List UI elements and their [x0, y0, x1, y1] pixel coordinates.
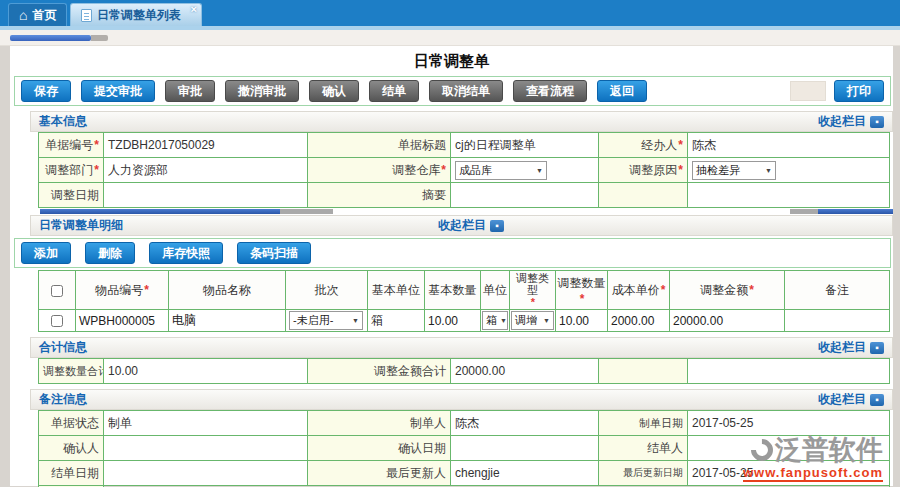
stock-snapshot-button[interactable]: 库存快照 — [149, 242, 223, 264]
empty-value — [688, 359, 890, 384]
page-title: 日常调整单 — [10, 48, 893, 76]
document-icon — [81, 9, 92, 22]
totals-collapse-link[interactable]: 收起栏目 ▪ — [818, 339, 884, 356]
unit-select[interactable]: 箱▼ — [482, 311, 508, 330]
toolbar-spacer — [790, 81, 826, 101]
cancel-close-button[interactable]: 取消结单 — [429, 80, 503, 102]
dept-value: 人力资源部 — [104, 158, 308, 183]
back-button[interactable]: 返回 — [597, 80, 647, 102]
tab-close-icon[interactable]: × — [191, 4, 197, 15]
basic-collapse-link[interactable]: 收起栏目 ▪ — [818, 113, 884, 130]
warehouse-select[interactable]: 成品库▼ — [455, 161, 547, 180]
totals-title: 合计信息 — [39, 339, 87, 356]
total-amount-label: 调整金额合计 — [308, 359, 451, 384]
confirmer-label: 确认人 — [39, 436, 104, 461]
toolbar: 保存 提交审批 审批 撤消审批 确认 结单 取消结单 查看流程 返回 打印 — [14, 76, 891, 106]
reason-label: 调整原因* — [599, 158, 688, 183]
maker-label: 制单人 — [308, 411, 451, 436]
delete-row-button[interactable]: 删除 — [85, 242, 135, 264]
tab-adjustment-list[interactable]: 日常调整单列表 × — [70, 3, 202, 26]
summary-label: 摘要 — [308, 183, 451, 208]
table-row: 结单日期 最后更新人 chengjie 最后更新日期 2017-05-25 — [39, 461, 890, 486]
table-row: 单据编号* TZDBH2017050029 单据标题 cj的日程调整单 经办人*… — [39, 133, 890, 158]
confirm-button[interactable]: 确认 — [309, 80, 359, 102]
status-label: 单据状态 — [39, 411, 104, 436]
last-update-date-value: 2017-05-25 — [688, 461, 890, 486]
tab-list-label: 日常调整单列表 — [97, 7, 181, 24]
cell-item-name: 电脑 — [169, 310, 286, 332]
cell-unit-cost[interactable]: 2000.00 — [608, 310, 670, 332]
empty-label — [599, 359, 688, 384]
collapse-icon: ▪ — [870, 394, 884, 406]
form-page: 日常调整单 保存 提交审批 审批 撤消审批 确认 结单 取消结单 查看流程 返回… — [10, 46, 893, 486]
adjust-type-select[interactable]: 调增▼ — [511, 311, 554, 330]
basic-info-table: 单据编号* TZDBH2017050029 单据标题 cj的日程调整单 经办人*… — [38, 132, 890, 208]
cell-item-code: WPBH000005 — [76, 310, 169, 332]
make-date-label: 制单日期 — [599, 411, 688, 436]
basic-info-title: 基本信息 — [39, 113, 87, 130]
dept-label: 调整部门* — [39, 158, 104, 183]
collapse-icon: ▪ — [870, 116, 884, 128]
close-order-button[interactable]: 结单 — [369, 80, 419, 102]
view-flow-button[interactable]: 查看流程 — [513, 80, 587, 102]
print-button[interactable]: 打印 — [834, 80, 884, 102]
remarks-title: 备注信息 — [39, 391, 87, 408]
save-button[interactable]: 保存 — [21, 80, 71, 102]
revoke-approval-button[interactable]: 撤消审批 — [225, 80, 299, 102]
total-qty-value: 10.00 — [104, 359, 308, 384]
handler-label: 经办人* — [599, 133, 688, 158]
totals-table: 调整数量合计 10.00 调整金额合计 20000.00 — [38, 358, 890, 384]
col-item-name: 物品名称 — [169, 271, 286, 310]
approve-button[interactable]: 审批 — [165, 80, 215, 102]
doc-no-value: TZDBH2017050029 — [104, 133, 308, 158]
close-date-label: 结单日期 — [39, 461, 104, 486]
submit-approval-button[interactable]: 提交审批 — [81, 80, 155, 102]
last-updater-value: chengjie — [451, 461, 599, 486]
col-adjust-type: 调整类型* — [510, 271, 556, 310]
detail-scrollbars — [30, 208, 893, 215]
col-remark: 备注 — [785, 271, 890, 310]
col-unit-cost: 成本单价* — [608, 271, 670, 310]
detail-title: 日常调整单明细 — [39, 217, 123, 234]
doc-title-label: 单据标题 — [308, 133, 451, 158]
col-adjust-amount: 调整金额* — [670, 271, 785, 310]
batch-select[interactable]: -未启用-▼ — [289, 311, 363, 330]
total-qty-label: 调整数量合计 — [39, 359, 104, 384]
select-all-cell — [39, 271, 76, 310]
doc-no-label: 单据编号* — [39, 133, 104, 158]
cell-remark[interactable] — [785, 310, 890, 332]
summary-value[interactable] — [451, 183, 599, 208]
col-base-unit: 基本单位 — [368, 271, 425, 310]
remarks-header: 备注信息 收起栏目 ▪ — [30, 389, 893, 410]
table-row: 调整部门* 人力资源部 调整仓库* 成品库▼ 调整原因* 抽检差异▼ — [39, 158, 890, 183]
row-checkbox[interactable] — [51, 315, 63, 327]
remarks-collapse-link[interactable]: 收起栏目 ▪ — [818, 391, 884, 408]
last-update-date-label: 最后更新日期 — [599, 461, 688, 486]
doc-title-value: cj的日程调整单 — [451, 133, 599, 158]
tab-home-label: 首页 — [32, 7, 56, 24]
top-scrollbar-end — [91, 35, 108, 41]
cell-base-qty: 10.00 — [425, 310, 481, 332]
detail-scrollbar-thumb-right[interactable] — [818, 209, 893, 214]
closer-label: 结单人 — [599, 436, 688, 461]
warehouse-label: 调整仓库* — [308, 158, 451, 183]
col-batch: 批次 — [286, 271, 368, 310]
table-row: 单据状态 制单 制单人 陈杰 制单日期 2017-05-25 — [39, 411, 890, 436]
adjust-date-value[interactable] — [104, 183, 308, 208]
detail-scrollbar-thumb-left[interactable] — [40, 209, 280, 214]
cell-base-unit: 箱 — [368, 310, 425, 332]
detail-toolbar: 添加 删除 库存快照 条码扫描 — [14, 238, 891, 268]
add-row-button[interactable]: 添加 — [21, 242, 71, 264]
reason-select[interactable]: 抽检差异▼ — [692, 161, 776, 180]
cell-adjust-qty[interactable]: 10.00 — [556, 310, 608, 332]
tab-home[interactable]: ⌂ 首页 — [8, 3, 67, 26]
top-scrollbar-thumb[interactable] — [10, 35, 91, 41]
barcode-scan-button[interactable]: 条码扫描 — [237, 242, 311, 264]
cell-adjust-amount: 20000.00 — [670, 310, 785, 332]
detail-collapse-link[interactable]: 收起栏目 ▪ — [438, 217, 504, 234]
handler-value: 陈杰 — [688, 133, 890, 158]
col-item-code: 物品编号* — [76, 271, 169, 310]
select-all-checkbox[interactable] — [51, 285, 63, 297]
empty-value — [688, 183, 890, 208]
collapse-icon: ▪ — [490, 220, 504, 232]
